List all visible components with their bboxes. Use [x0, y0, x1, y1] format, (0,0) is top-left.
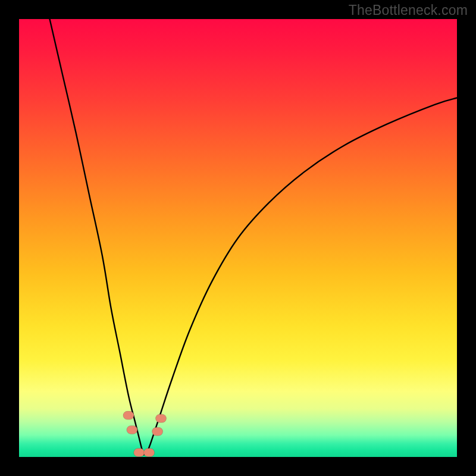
curves-layer — [19, 19, 457, 457]
chart-frame: TheBottleneck.com — [0, 0, 476, 476]
threshold-marker — [152, 427, 163, 436]
threshold-marker — [144, 449, 155, 457]
threshold-marker — [134, 449, 145, 457]
threshold-marker — [123, 411, 134, 419]
watermark-label: TheBottleneck.com — [349, 2, 468, 18]
threshold-marker — [127, 425, 137, 434]
plot-area — [19, 19, 457, 457]
threshold-marker — [156, 414, 167, 422]
bottleneck-curve-right — [146, 98, 457, 455]
threshold-markers — [123, 411, 167, 457]
bottleneck-curve-left — [50, 19, 144, 455]
